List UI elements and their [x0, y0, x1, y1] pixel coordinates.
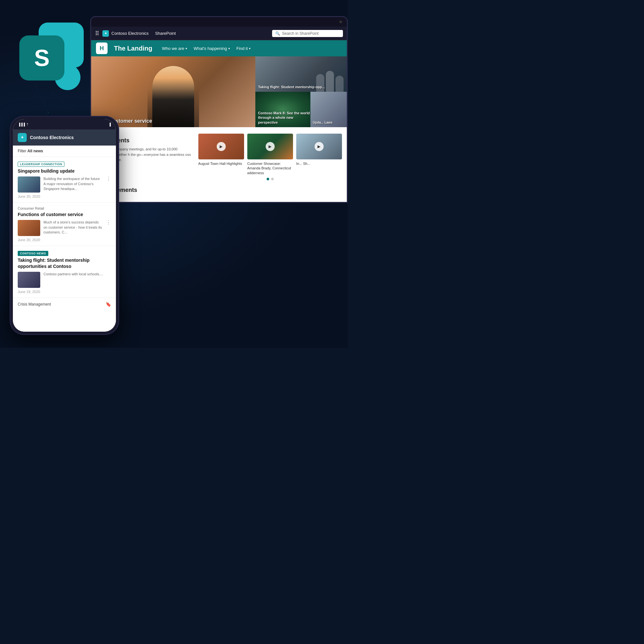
- news-date-1: June 20, 2020: [18, 194, 111, 198]
- video-card-2: ▶ Customer Showcase: Amanda Brady, Conne…: [247, 134, 293, 175]
- news-item-2[interactable]: Consumer Retail Functions of customer se…: [13, 203, 116, 246]
- news-desc-2: Much of a store's success depends on cus…: [43, 220, 103, 236]
- news-item-3[interactable]: CONTOSO NEWS Taking flight: Student ment…: [13, 246, 116, 298]
- sharepoint-label: SharePoint: [155, 31, 176, 36]
- video-thumb-2[interactable]: ▶: [247, 134, 293, 159]
- video-label-2: Customer Showcase: Amanda Brady, Connect…: [247, 161, 293, 175]
- video-label-1: August Town Hall Highlights: [198, 161, 244, 166]
- play-icon[interactable]: ▶: [217, 142, 226, 151]
- sharepoint-logo: S: [19, 23, 84, 93]
- news-thumb-1: [18, 176, 40, 193]
- filter-value: All news: [27, 149, 43, 153]
- bookmark-icon[interactable]: 🔖: [106, 302, 111, 307]
- news-date-2: June 20, 2020: [18, 238, 111, 242]
- content-right: ▶ August Town Hall Highlights ▶ Customer…: [198, 134, 342, 180]
- phone-outer: ▐▐▐ ⇡ ▐ ✦ Contoso Electronics Filter All…: [10, 116, 119, 335]
- hero-right-top: Taking flight: Student mentorship opp...: [255, 56, 347, 92]
- search-placeholder: Search in SharePoint: [282, 31, 318, 36]
- video-row: ▶ August Town Hall Highlights ▶ Customer…: [198, 134, 342, 175]
- app-icon: ✦: [18, 133, 27, 142]
- video-label-3: In... Sh...: [296, 161, 342, 166]
- wifi-icon: ⇡: [26, 123, 29, 126]
- news-desc-1: Building the workspace of the future A m…: [43, 176, 103, 193]
- video-card-1: ▶ August Town Hall Highlights: [198, 134, 244, 175]
- phone-inner: ▐▐▐ ⇡ ▐ ✦ Contoso Electronics Filter All…: [13, 119, 116, 332]
- desktop-screen: ⠿ ✦ Contoso Electronics SharePoint 🔍 Sea…: [91, 27, 347, 202]
- hero-person-overlay: [147, 89, 199, 127]
- phone-battery: ▐: [109, 123, 111, 126]
- crisis-management-row[interactable]: Crisis Management 🔖: [13, 298, 116, 311]
- desktop-top-bar: [91, 17, 347, 27]
- play-icon[interactable]: ▶: [315, 142, 324, 151]
- hero-right-bottom-row: Contoso Mark 8: See the world through a …: [255, 92, 347, 127]
- nav-logo: H: [96, 43, 108, 54]
- news-category-1: LEADERSHIP CONNECTION: [18, 162, 64, 167]
- news-title-2: Functions of customer service: [18, 212, 111, 217]
- brand-name: Contoso Electronics: [111, 31, 149, 36]
- news-thumb-3: [18, 272, 40, 288]
- hero-right-extra: Upda... Laws: [310, 92, 347, 127]
- phone-signal: ▐▐▐ ⇡: [18, 123, 29, 126]
- news-title-3: Taking flight: Student mentorship opport…: [18, 257, 111, 269]
- sp-navbar: H The Landing Who we are ▾ What's happen…: [91, 40, 347, 56]
- video-thumb-1[interactable]: ▶: [198, 134, 244, 159]
- phone-status-bar: ▐▐▐ ⇡ ▐: [13, 119, 116, 129]
- play-icon[interactable]: ▶: [266, 142, 275, 151]
- nav-logo-letter: H: [100, 45, 104, 52]
- phone-content: Filter All news LEADERSHIP CONNECTION Si…: [13, 146, 116, 332]
- news-date-3: June 19, 2020: [18, 290, 111, 294]
- brand-area: ✦ Contoso Electronics: [102, 30, 149, 37]
- dot-2[interactable]: [271, 178, 274, 180]
- search-bar[interactable]: 🔍 Search in SharePoint: [272, 30, 343, 37]
- app-name: Contoso Electronics: [30, 135, 74, 140]
- nav-item-who[interactable]: Who we are ▾: [162, 46, 187, 51]
- hero-right-mid-caption: Contoso Mark 8: See the world through a …: [258, 111, 310, 125]
- signal-bars: ▐▐▐: [18, 123, 25, 126]
- grid-icon[interactable]: ⠿: [95, 30, 99, 37]
- news-thumb-2: [18, 220, 40, 236]
- logo-letter: S: [34, 45, 50, 71]
- news-category-3: CONTOSO NEWS: [18, 251, 48, 256]
- nav-item-find-label: Find it: [236, 46, 248, 51]
- chevron-down-icon: ▾: [249, 47, 251, 50]
- phone-notch: [52, 121, 85, 128]
- nav-item-find[interactable]: Find it ▾: [236, 46, 251, 51]
- news-row-3: Contoso partners with local schools....: [18, 272, 111, 288]
- nav-item-who-label: Who we are: [162, 46, 184, 51]
- announcements-title: nnouncements: [91, 187, 347, 197]
- video-card-3: ▶ In... Sh...: [296, 134, 342, 175]
- news-row-1: Building the workspace of the future A m…: [18, 176, 111, 193]
- news-title-1: Singapore building update: [18, 168, 111, 174]
- more-icon-1[interactable]: ⋮: [106, 176, 111, 193]
- logo-front-shape: S: [19, 35, 64, 81]
- news-item-1[interactable]: LEADERSHIP CONNECTION Singapore building…: [13, 157, 116, 203]
- news-desc-3: Contoso partners with local schools....: [43, 272, 111, 288]
- hero-right-top-caption: Taking flight: Student mentorship opp...: [258, 85, 325, 89]
- phone-frame: ▐▐▐ ⇡ ▐ ✦ Contoso Electronics Filter All…: [10, 116, 119, 335]
- phone-app-header: ✦ Contoso Electronics: [13, 129, 116, 146]
- carousel-dots: [198, 178, 342, 180]
- crisis-label: Crisis Management: [18, 302, 51, 307]
- filter-label: Filter: [18, 149, 26, 153]
- hero-section: ns of customer service Taking flight: St…: [91, 56, 347, 127]
- video-thumb-3[interactable]: ▶: [296, 134, 342, 159]
- dot-1[interactable]: [267, 178, 269, 180]
- hero-right-extra-caption: Upda... Laws: [313, 120, 333, 125]
- sp-topbar: ⠿ ✦ Contoso Electronics SharePoint 🔍 Sea…: [91, 27, 347, 40]
- sp-content: AND atest events unications, company mee…: [91, 127, 347, 187]
- camera-dot: [339, 21, 342, 23]
- hero-right: Taking flight: Student mentorship opp...…: [255, 56, 347, 127]
- desktop-frame: ⠿ ✦ Contoso Electronics SharePoint 🔍 Sea…: [90, 16, 348, 203]
- hero-right-mid: Contoso Mark 8: See the world through a …: [255, 92, 310, 127]
- brand-icon: ✦: [102, 30, 109, 37]
- search-icon: 🔍: [275, 31, 280, 36]
- nav-item-whats[interactable]: What's happening ▾: [194, 46, 230, 51]
- site-title: The Landing: [114, 45, 152, 52]
- filter-bar[interactable]: Filter All news: [13, 146, 116, 157]
- news-category-2: Consumer Retail: [18, 206, 111, 210]
- more-icon-2[interactable]: ⋮: [106, 220, 111, 236]
- chevron-down-icon: ▾: [228, 47, 230, 50]
- nav-item-whats-label: What's happening: [194, 46, 227, 51]
- chevron-down-icon: ▾: [185, 47, 187, 50]
- news-row-2: Much of a store's success depends on cus…: [18, 220, 111, 236]
